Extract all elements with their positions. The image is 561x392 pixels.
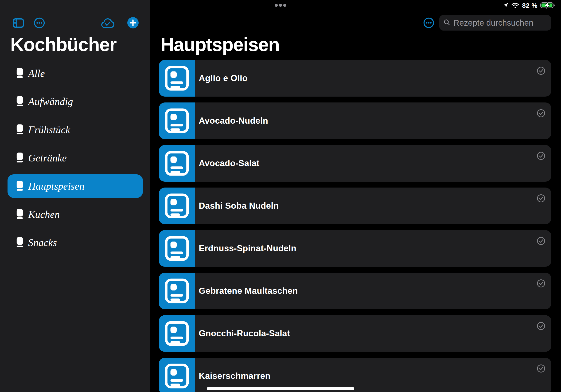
add-button[interactable] bbox=[127, 17, 139, 29]
sidebar-item[interactable]: Alle bbox=[8, 62, 143, 85]
check-circle-icon[interactable] bbox=[537, 194, 545, 203]
check-circle-icon[interactable] bbox=[537, 364, 545, 373]
check-circle-icon[interactable] bbox=[537, 322, 545, 330]
book-icon bbox=[16, 180, 23, 192]
recipe-row[interactable]: Avocado-Salat bbox=[159, 145, 551, 182]
sidebar-item[interactable]: Getränke bbox=[8, 146, 143, 170]
more-options-button[interactable] bbox=[423, 17, 434, 29]
check-circle-icon[interactable] bbox=[537, 279, 545, 288]
multitask-dots-handle[interactable] bbox=[275, 4, 286, 7]
home-indicator[interactable] bbox=[207, 387, 354, 390]
recipe-card-icon bbox=[159, 60, 195, 97]
recipe-title: Erdnuss-Spinat-Nudeln bbox=[199, 243, 296, 253]
dot-icon bbox=[279, 4, 282, 7]
recipe-list: Aglio e Olio Avocado-Nudeln bbox=[159, 60, 551, 392]
dot-icon bbox=[283, 4, 286, 7]
sidebar-item[interactable]: Frühstück bbox=[8, 118, 143, 142]
sidebar-item[interactable]: Hauptspeisen bbox=[8, 174, 143, 198]
wifi-icon bbox=[511, 2, 519, 9]
sidebar-more-button[interactable] bbox=[34, 17, 45, 29]
cookbook-list: Alle Aufwändig Frühstück Getränke bbox=[8, 62, 143, 254]
recipe-title: Avocado-Salat bbox=[199, 158, 259, 168]
recipe-card-icon bbox=[159, 145, 195, 182]
recipe-row[interactable]: Avocado-Nudeln bbox=[159, 102, 551, 139]
recipe-card-icon bbox=[159, 230, 195, 267]
book-icon bbox=[16, 208, 23, 220]
sidebar-item-label: Snacks bbox=[28, 237, 57, 249]
recipe-row[interactable]: Gnocchi-Rucola-Salat bbox=[159, 315, 551, 352]
location-icon bbox=[503, 3, 508, 9]
sidebar: Kochbücher Alle Aufwändig Frühstück bbox=[0, 0, 150, 392]
recipe-card-icon bbox=[159, 187, 195, 224]
check-circle-icon[interactable] bbox=[537, 66, 545, 75]
sidebar-toggle-button[interactable] bbox=[13, 18, 24, 28]
book-icon bbox=[16, 152, 23, 164]
sidebar-title: Kochbücher bbox=[10, 35, 117, 54]
recipe-card-icon bbox=[159, 358, 195, 392]
battery-charging-icon bbox=[540, 2, 555, 10]
recipe-row[interactable]: Aglio e Olio bbox=[159, 60, 551, 97]
sidebar-item[interactable]: Kuchen bbox=[8, 203, 143, 226]
book-icon bbox=[16, 237, 23, 248]
search-field[interactable] bbox=[439, 15, 551, 31]
sidebar-item-label: Kuchen bbox=[28, 208, 60, 220]
recipe-row[interactable]: Erdnuss-Spinat-Nudeln bbox=[159, 230, 551, 267]
recipe-title: Avocado-Nudeln bbox=[199, 116, 268, 126]
recipe-card-icon bbox=[159, 272, 195, 309]
recipe-card-icon bbox=[159, 315, 195, 352]
app-screen: 82 % bbox=[0, 0, 561, 392]
page-title: Hauptspeisen bbox=[161, 35, 280, 54]
check-circle-icon[interactable] bbox=[537, 237, 545, 245]
check-circle-icon[interactable] bbox=[537, 109, 545, 118]
sidebar-item-label: Alle bbox=[28, 67, 45, 79]
check-circle-icon[interactable] bbox=[537, 152, 545, 160]
search-input[interactable] bbox=[453, 18, 547, 28]
recipe-title: Gebratene Maultaschen bbox=[199, 286, 298, 296]
recipe-title: Aglio e Olio bbox=[199, 73, 248, 83]
recipe-row[interactable]: Gebratene Maultaschen bbox=[159, 272, 551, 309]
recipe-title: Gnocchi-Rucola-Salat bbox=[199, 328, 290, 338]
book-icon bbox=[16, 96, 23, 107]
sidebar-item-label: Getränke bbox=[28, 152, 67, 164]
recipe-row[interactable]: Dashi Soba Nudeln bbox=[159, 187, 551, 224]
dot-icon bbox=[275, 4, 278, 7]
cloud-check-icon[interactable] bbox=[101, 18, 115, 29]
search-icon bbox=[443, 19, 450, 27]
status-bar: 82 % bbox=[503, 1, 555, 10]
book-icon bbox=[16, 67, 23, 79]
sidebar-item[interactable]: Aufwändig bbox=[8, 90, 143, 113]
recipe-card-icon bbox=[159, 102, 195, 139]
battery-percent: 82 % bbox=[522, 2, 538, 9]
recipe-title: Kaiserschmarren bbox=[199, 371, 270, 381]
book-icon bbox=[16, 124, 23, 136]
sidebar-item[interactable]: Snacks bbox=[8, 231, 143, 254]
sidebar-item-label: Hauptspeisen bbox=[28, 180, 85, 192]
recipe-title: Dashi Soba Nudeln bbox=[199, 201, 279, 211]
sidebar-item-label: Aufwändig bbox=[28, 96, 73, 108]
sidebar-item-label: Frühstück bbox=[28, 124, 70, 136]
